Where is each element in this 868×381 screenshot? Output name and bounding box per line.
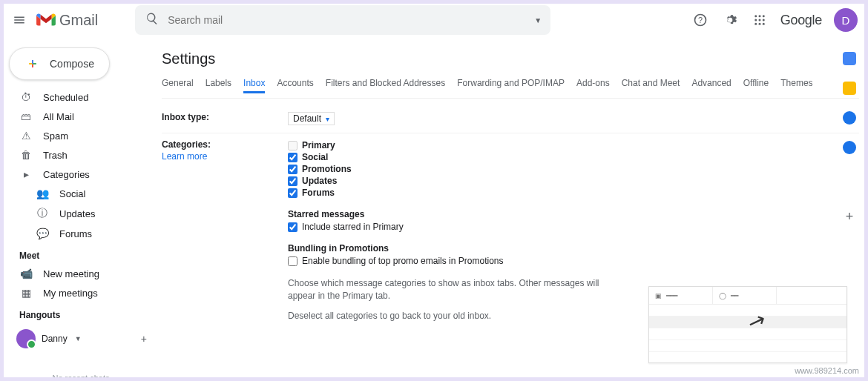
category-checkbox-forums[interactable]: Forums <box>288 187 599 199</box>
tab-advanced[interactable]: Advanced <box>691 78 731 93</box>
starred-heading: Starred messages <box>288 209 599 219</box>
keep-addon-button[interactable] <box>843 82 856 95</box>
tab-general[interactable]: General <box>162 78 194 93</box>
search-icon <box>145 12 159 28</box>
search-input[interactable] <box>168 14 540 26</box>
inbox-preview-illustration: ▣━━━ ◯━━ ↗ <box>648 286 847 363</box>
category-label: Updates <box>302 176 337 186</box>
search-options-button[interactable]: ▼ <box>534 16 542 24</box>
tab-themes[interactable]: Themes <box>780 78 812 93</box>
learn-more-link[interactable]: Learn more <box>162 151 288 162</box>
page-title: Settings <box>162 47 859 78</box>
preview-tab-primary: ▣━━━ <box>649 287 713 304</box>
hangouts-avatar <box>16 329 36 348</box>
inbox-type-value: Default <box>293 113 321 124</box>
contacts-addon-button[interactable] <box>843 141 856 154</box>
tab-forwarding-and-pop-imap[interactable]: Forwarding and POP/IMAP <box>457 78 565 93</box>
tab-add-ons[interactable]: Add-ons <box>576 78 610 93</box>
category-label: Primary <box>302 140 335 150</box>
category-label: Social <box>302 152 328 162</box>
tab-labels[interactable]: Labels <box>206 78 231 93</box>
tab-accounts[interactable]: Accounts <box>277 78 313 93</box>
categories-description-1: Choose which message categories to show … <box>288 277 599 302</box>
search-bar[interactable]: ▼ <box>135 5 550 35</box>
watermark: www.989214.com <box>795 366 859 375</box>
side-panel: + <box>835 43 864 225</box>
main-panel: Settings GeneralLabelsInboxAccountsFilte… <box>156 40 868 374</box>
include-starred-checkbox[interactable]: Include starred in Primary <box>288 221 599 233</box>
category-checkbox-primary: Primary <box>288 139 599 151</box>
inbox-type-row: Inbox type: Default ▾ <box>162 106 859 133</box>
categories-description-2: Deselect all categories to go back to yo… <box>288 310 599 322</box>
get-addons-button[interactable]: + <box>846 209 854 225</box>
category-checkbox-social[interactable]: Social <box>288 151 599 163</box>
tab-offline[interactable]: Offline <box>743 78 769 93</box>
inbox-type-label: Inbox type: <box>162 112 288 122</box>
category-checkbox-promotions[interactable]: Promotions <box>288 163 599 175</box>
category-label: Forums <box>302 188 335 198</box>
bundling-checkbox[interactable]: Enable bundling of top promo emails in P… <box>288 255 599 267</box>
inbox-type-select[interactable]: Default ▾ <box>288 112 335 125</box>
preview-tab-social: ◯━━ <box>713 287 777 304</box>
category-checkbox-updates[interactable]: Updates <box>288 175 599 187</box>
tasks-addon-button[interactable] <box>843 111 856 125</box>
include-starred-label: Include starred in Primary <box>302 222 404 232</box>
bundling-label: Enable bundling of top promo emails in P… <box>302 256 504 266</box>
calendar-addon-button[interactable] <box>843 52 856 65</box>
tab-chat-and-meet[interactable]: Chat and Meet <box>622 78 680 93</box>
categories-label: Categories: <box>162 139 211 150</box>
category-label: Promotions <box>302 164 352 174</box>
tab-filters-and-blocked-addresses[interactable]: Filters and Blocked Addresses <box>326 78 445 93</box>
bundling-heading: Bundling in Promotions <box>288 243 599 254</box>
settings-tabs: GeneralLabelsInboxAccountsFilters and Bl… <box>162 78 859 99</box>
dropdown-arrow-icon: ▾ <box>326 115 329 123</box>
tab-inbox[interactable]: Inbox <box>243 78 265 93</box>
